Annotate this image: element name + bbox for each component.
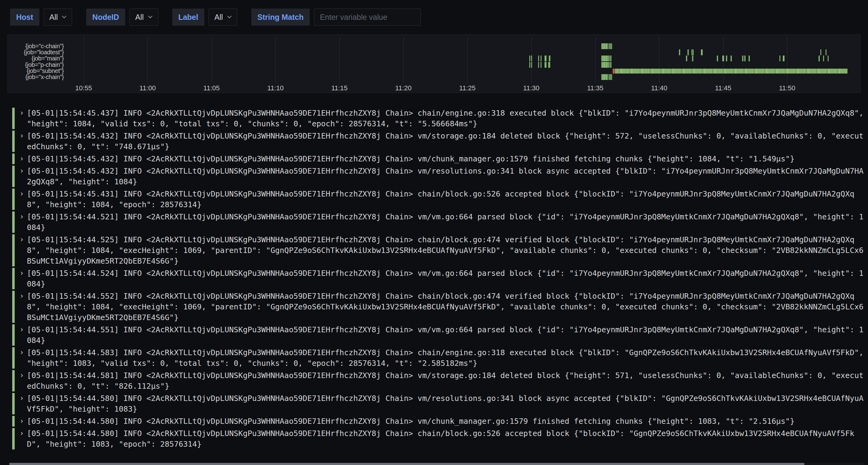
timeline-segment-main	[531, 56, 532, 61]
nodeid-variable-label: NodeID	[86, 8, 125, 26]
timeline-lane-p-chain	[8, 62, 860, 68]
log-row[interactable]: ›[05-01|15:54:44.580] INFO <2AcRkXTLLtQj…	[12, 416, 868, 427]
expand-chevron-icon[interactable]: ›	[20, 131, 27, 141]
log-line-text: [05-01|15:54:45.432] INFO <2AcRkXTLLtQjv…	[27, 131, 868, 152]
timeline-segment-p-chain	[540, 62, 541, 68]
label-variable-label: Label	[172, 8, 204, 26]
timeline-segment-main	[744, 56, 745, 61]
time-axis-label: 11:50	[779, 84, 795, 92]
series-label: {job="p-chain"}	[10, 62, 64, 68]
host-variable-value: All	[50, 13, 58, 22]
expand-chevron-icon[interactable]: ›	[20, 211, 27, 222]
timeline-segment-p-chain	[548, 62, 550, 68]
timeline-segment-main	[722, 56, 724, 61]
log-row[interactable]: ›[05-01|15:54:44.521] INFO <2AcRkXTLLtQj…	[12, 211, 868, 233]
log-row[interactable]: ›[05-01|15:54:44.525] INFO <2AcRkXTLLtQj…	[12, 234, 868, 266]
log-row[interactable]: ›[05-01|15:54:45.432] INFO <2AcRkXTLLtQj…	[12, 131, 868, 152]
expand-chevron-icon[interactable]: ›	[20, 416, 27, 427]
timeline-segment-main	[742, 56, 743, 61]
series-label: {job="main"}	[10, 55, 64, 61]
label-variable-select[interactable]: All	[209, 8, 237, 26]
host-variable-label: Host	[10, 8, 39, 26]
log-row[interactable]: ›[05-01|15:54:44.583] INFO <2AcRkXTLLtQj…	[12, 347, 868, 369]
timeline-segment-main	[779, 56, 780, 61]
log-row[interactable]: ›[05-01|15:54:44.580] INFO <2AcRkXTLLtQj…	[12, 393, 868, 414]
log-line-text: [05-01|15:54:44.552] INFO <2AcRkXTLLtQjv…	[27, 291, 868, 323]
expand-chevron-icon[interactable]: ›	[20, 370, 27, 381]
nodeid-variable-value: All	[135, 13, 144, 22]
timeline-segment-p-chain	[611, 62, 612, 68]
series-label: {job="loadtest"}	[10, 49, 64, 55]
log-row[interactable]: ›[05-01|15:54:45.432] INFO <2AcRkXTLLtQj…	[12, 166, 868, 187]
log-row[interactable]: ›[05-01|15:54:44.581] INFO <2AcRkXTLLtQj…	[12, 370, 868, 392]
expand-chevron-icon[interactable]: ›	[20, 189, 27, 199]
log-row[interactable]: ›[05-01|15:54:44.551] INFO <2AcRkXTLLtQj…	[12, 324, 868, 346]
log-row[interactable]: ›[05-01|15:54:44.552] INFO <2AcRkXTLLtQj…	[12, 291, 868, 323]
timeline-segment-main	[823, 56, 824, 61]
timeline-segment-subnet	[613, 69, 615, 73]
expand-chevron-icon[interactable]: ›	[20, 428, 27, 439]
expand-chevron-icon[interactable]: ›	[20, 268, 27, 278]
log-line-text: [05-01|15:54:44.581] INFO <2AcRkXTLLtQjv…	[27, 370, 868, 392]
log-row[interactable]: ›[05-01|15:54:45.431] INFO <2AcRkXTLLtQj…	[12, 189, 868, 210]
string-match-input[interactable]	[314, 8, 421, 26]
timeline-segment-c-chain	[609, 43, 610, 49]
timeline-segment-main	[749, 56, 749, 61]
string-match-label: String Match	[251, 8, 310, 26]
expand-chevron-icon[interactable]: ›	[20, 393, 27, 404]
timeline-segment-main	[686, 56, 687, 61]
expand-chevron-icon[interactable]: ›	[20, 291, 27, 301]
variable-group-string-match: String Match	[251, 8, 421, 26]
timeline-segment-x-chain	[611, 74, 612, 80]
log-row[interactable]: ›[05-01|15:54:45.432] INFO <2AcRkXTLLtQj…	[12, 154, 868, 164]
log-rows-list: ›[05-01|15:54:45.437] INFO <2AcRkXTLLtQj…	[0, 108, 868, 450]
expand-chevron-icon[interactable]: ›	[20, 108, 27, 119]
horizontal-scrollbar-thumb[interactable]	[9, 463, 804, 465]
variables-toolbar: Host All NodeID All Label All String Mat…	[0, 0, 868, 26]
timeline-segment-subnet	[615, 69, 847, 73]
timeline-segment-main	[828, 56, 829, 61]
timeline-lane-c-chain	[8, 43, 860, 49]
log-line-text: [05-01|15:54:45.432] INFO <2AcRkXTLLtQjv…	[27, 166, 868, 187]
timeline-segment-loadtest	[826, 49, 827, 55]
chevron-down-icon	[62, 14, 66, 18]
expand-chevron-icon[interactable]: ›	[20, 154, 27, 164]
timeline-segment-loadtest	[679, 49, 680, 55]
time-axis-label: 11:45	[715, 84, 731, 92]
timeline-segment-c-chain	[610, 43, 611, 49]
timeline-segment-main	[545, 56, 547, 61]
log-row[interactable]: ›[05-01|15:54:44.524] INFO <2AcRkXTLLtQj…	[12, 268, 868, 289]
timeline-series-labels: {job="c-chain"}{job="loadtest"}{job="mai…	[10, 43, 64, 80]
expand-chevron-icon[interactable]: ›	[20, 324, 27, 335]
horizontal-scrollbar-track[interactable]	[9, 463, 864, 465]
expand-chevron-icon[interactable]: ›	[20, 166, 27, 176]
timeline-segment-main	[731, 56, 732, 61]
log-line-text: [05-01|15:54:44.525] INFO <2AcRkXTLLtQjv…	[27, 234, 868, 266]
log-line-text: [05-01|15:54:45.432] INFO <2AcRkXTLLtQjv…	[27, 154, 868, 164]
timeline-segment-loadtest	[701, 49, 703, 55]
time-axis-label: 11:20	[395, 84, 411, 92]
label-variable-value: All	[214, 13, 223, 22]
variable-group-label: Label All	[172, 8, 237, 26]
log-volume-timeline-panel: {job="c-chain"}{job="loadtest"}{job="mai…	[7, 34, 861, 93]
host-variable-select[interactable]: All	[44, 8, 72, 26]
time-axis-label: 11:05	[204, 84, 220, 92]
series-label: {job="x-chain"}	[10, 74, 64, 80]
timeline-segment-main	[538, 56, 539, 61]
log-row[interactable]: ›[05-01|15:54:44.580] INFO <2AcRkXTLLtQj…	[12, 428, 868, 450]
timeline-segment-main	[717, 56, 718, 61]
series-label: {job="subnet"}	[10, 68, 64, 74]
timeline-segment-x-chain	[609, 74, 610, 80]
nodeid-variable-select[interactable]: All	[129, 8, 158, 26]
timeline-segment-x-chain	[610, 74, 611, 80]
timeline-segment-main	[609, 56, 610, 61]
log-line-text: [05-01|15:54:44.521] INFO <2AcRkXTLLtQjv…	[27, 211, 868, 233]
log-line-text: [05-01|15:54:45.437] INFO <2AcRkXTLLtQjv…	[27, 108, 868, 129]
timeline-segment-main	[611, 56, 612, 61]
timeline-lane-loadtest	[8, 49, 860, 55]
expand-chevron-icon[interactable]: ›	[20, 234, 27, 245]
log-row[interactable]: ›[05-01|15:54:45.437] INFO <2AcRkXTLLtQj…	[12, 108, 868, 129]
expand-chevron-icon[interactable]: ›	[20, 347, 27, 358]
log-line-text: [05-01|15:54:44.580] INFO <2AcRkXTLLtQjv…	[27, 393, 868, 414]
timeline-segment-c-chain	[601, 43, 608, 49]
